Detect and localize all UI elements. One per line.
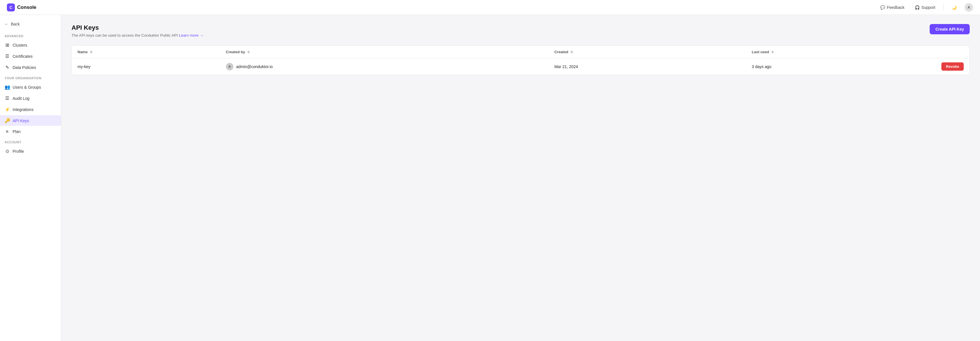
- api-keys-table: Name ⇅ Created by ⇅ Created ⇅ Last use: [72, 46, 969, 75]
- main-content: API Keys The API keys can be used to acc…: [61, 15, 980, 341]
- back-icon: ←: [5, 22, 9, 26]
- sidebar-item-label: Clusters: [13, 43, 27, 48]
- th-last-used: Last used ⇅: [746, 46, 935, 58]
- support-button[interactable]: 🎧 Support: [913, 4, 938, 11]
- sidebar-item-plan[interactable]: ≡ Plan: [0, 126, 61, 137]
- sort-icon-created[interactable]: ⇅: [570, 50, 573, 54]
- sidebar-item-label: API Keys: [13, 118, 29, 123]
- section-label-account: ACCOUNT: [0, 137, 61, 146]
- sort-icon-last-used[interactable]: ⇅: [771, 50, 774, 54]
- sidebar-item-label: Certificates: [13, 54, 33, 59]
- cell-created: Mar 21, 2024: [549, 58, 746, 75]
- sidebar-item-data-policies[interactable]: ✎ Data Policies: [0, 62, 61, 73]
- page-subtitle: The API keys can be used to access the C…: [72, 33, 204, 37]
- sidebar-item-api-keys[interactable]: 🔑 API Keys: [0, 115, 61, 126]
- sort-icon-created-by[interactable]: ⇅: [247, 50, 250, 54]
- table-header-row: Name ⇅ Created by ⇅ Created ⇅ Last use: [72, 46, 969, 58]
- back-button[interactable]: ← Back: [0, 19, 61, 29]
- audit-log-icon: ☰: [5, 96, 10, 101]
- certificates-icon: ☰: [5, 54, 10, 59]
- page-header: API Keys The API keys can be used to acc…: [72, 24, 970, 37]
- row-user-email: admin@conduktor.io: [236, 64, 273, 69]
- revoke-button[interactable]: Revoke: [941, 62, 964, 71]
- app-logo[interactable]: C Console: [7, 3, 36, 11]
- feedback-button[interactable]: 💬 Feedback: [878, 4, 907, 11]
- sidebar-item-certificates[interactable]: ☰ Certificates: [0, 51, 61, 62]
- sidebar-item-profile[interactable]: ⊙ Profile: [0, 146, 61, 156]
- sidebar-item-label: Users & Groups: [13, 85, 41, 89]
- logo-icon: C: [7, 3, 15, 11]
- table-row: my-key A admin@conduktor.io Mar 21, 2024…: [72, 58, 969, 75]
- theme-toggle-button[interactable]: 🌙: [950, 4, 959, 11]
- api-keys-icon: 🔑: [5, 118, 10, 123]
- page-header-left: API Keys The API keys can be used to acc…: [72, 24, 204, 37]
- learn-more-link[interactable]: Learn more →: [179, 33, 204, 37]
- th-created-by: Created by ⇅: [220, 46, 549, 58]
- sidebar: ← Back ADVANCED ⊞ Clusters ☰ Certificate…: [0, 15, 61, 341]
- sidebar-item-label: Integrations: [13, 107, 33, 112]
- data-policies-icon: ✎: [5, 65, 10, 70]
- create-api-key-button[interactable]: Create API Key: [930, 24, 970, 34]
- th-actions: [935, 46, 969, 58]
- topnav: C Console 💬 Feedback 🎧 Support 🌙 A: [0, 0, 980, 15]
- cell-actions: Revoke: [935, 58, 969, 75]
- topnav-right: 💬 Feedback 🎧 Support 🌙 A: [878, 3, 973, 12]
- row-user-avatar: A: [226, 63, 234, 70]
- cell-name: my-key: [72, 58, 220, 75]
- topnav-divider: [943, 4, 944, 11]
- support-icon: 🎧: [915, 5, 920, 10]
- sidebar-item-integrations[interactable]: ⚡ Integrations: [0, 104, 61, 115]
- cell-created-by: A admin@conduktor.io: [220, 58, 549, 75]
- sidebar-item-label: Plan: [13, 129, 21, 134]
- sort-icon-name[interactable]: ⇅: [90, 50, 92, 54]
- sidebar-item-users-groups[interactable]: 👥 Users & Groups: [0, 82, 61, 92]
- sidebar-item-clusters[interactable]: ⊞ Clusters: [0, 40, 61, 50]
- section-label-organisation: YOUR ORGANISATION: [0, 73, 61, 81]
- sidebar-item-label: Profile: [13, 149, 24, 154]
- sidebar-item-audit-log[interactable]: ☰ Audit Log: [0, 93, 61, 104]
- api-keys-table-container: Name ⇅ Created by ⇅ Created ⇅ Last use: [72, 46, 970, 75]
- th-name: Name ⇅: [72, 46, 220, 58]
- cell-last-used: 3 days ago: [746, 58, 935, 75]
- th-created: Created ⇅: [549, 46, 746, 58]
- sidebar-item-label: Data Policies: [13, 65, 36, 70]
- users-groups-icon: 👥: [5, 84, 10, 90]
- feedback-icon: 💬: [880, 5, 885, 10]
- moon-icon: 🌙: [952, 5, 956, 10]
- created-by-cell: A admin@conduktor.io: [226, 63, 543, 70]
- profile-icon: ⊙: [5, 148, 10, 154]
- user-avatar[interactable]: A: [964, 3, 973, 12]
- app-title: Console: [17, 5, 36, 10]
- clusters-icon: ⊞: [5, 42, 10, 48]
- plan-icon: ≡: [5, 129, 10, 134]
- layout: ← Back ADVANCED ⊞ Clusters ☰ Certificate…: [0, 15, 980, 341]
- page-title: API Keys: [72, 24, 204, 32]
- section-label-advanced: ADVANCED: [0, 31, 61, 40]
- sidebar-item-label: Audit Log: [13, 96, 29, 101]
- integrations-icon: ⚡: [5, 107, 10, 112]
